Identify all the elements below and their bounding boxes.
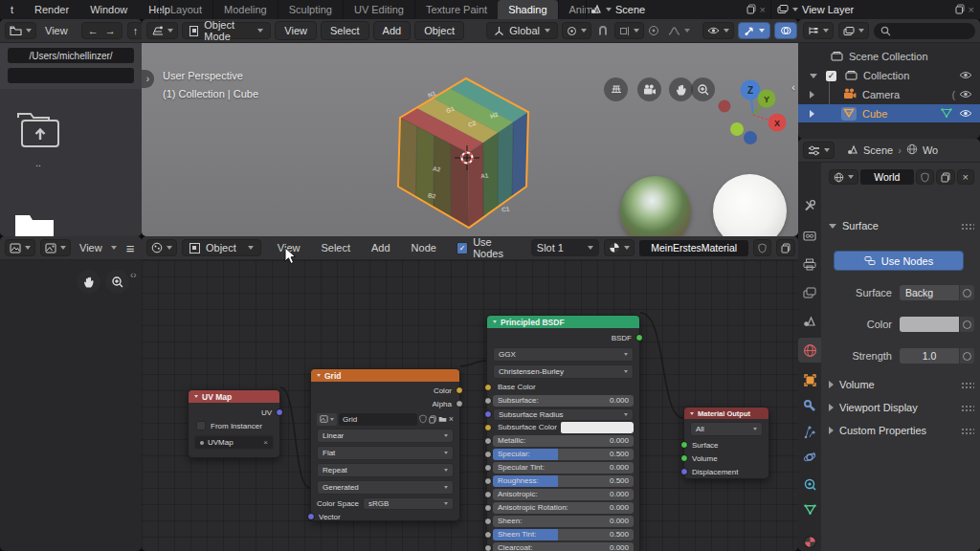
surface-animate-dot[interactable] — [960, 285, 974, 300]
node-input-row[interactable]: Subsurface: 0.000 — [493, 395, 634, 407]
input-socket[interactable] — [680, 454, 688, 462]
panel-drag-dots[interactable] — [961, 405, 974, 411]
editor-type-button[interactable] — [146, 239, 177, 256]
input-socket[interactable] — [484, 518, 492, 525]
view-layer-name[interactable]: View Layer — [802, 4, 951, 15]
editor-type-button[interactable] — [803, 142, 835, 159]
outliner-row-collection[interactable]: ✓ Collection — [798, 66, 980, 85]
disclosure-icon[interactable] — [810, 91, 814, 99]
editor-type-button[interactable] — [5, 22, 36, 39]
tab-modifiers[interactable] — [798, 394, 821, 417]
node-input-row[interactable]: Anisotropic Rotation: 0.000 — [493, 502, 634, 514]
view-menu[interactable]: View — [76, 242, 106, 253]
pan-button[interactable] — [77, 270, 100, 294]
scene-collection-label[interactable]: Scene Collection — [849, 51, 928, 62]
strength-value-field[interactable]: 1.0 — [900, 348, 959, 364]
input-value[interactable]: 0.000 — [610, 462, 629, 474]
menu-item[interactable]: View — [275, 21, 317, 40]
node-canvas[interactable]: UV Map UV From Instancer UVMap × — [142, 260, 798, 551]
collapse-icon[interactable] — [194, 395, 198, 398]
collapse-icon[interactable] — [493, 320, 497, 323]
image-name-field[interactable]: Grid — [339, 413, 417, 426]
tab-render[interactable] — [798, 224, 821, 247]
colorspace-dropdown[interactable]: sRGB — [363, 497, 454, 510]
workspace-tab[interactable]: Modeling — [212, 0, 278, 19]
node-uv-map[interactable]: UV Map UV From Instancer UVMap × — [188, 389, 280, 458]
editor-type-button[interactable] — [5, 239, 35, 256]
input-socket[interactable] — [484, 464, 492, 472]
tab-view-layer[interactable] — [798, 281, 821, 304]
collapsed-panel-header[interactable]: Viewport Display — [829, 396, 974, 419]
nav-up-button[interactable]: ↑ — [127, 22, 142, 39]
display-mode-button[interactable] — [803, 22, 834, 39]
visibility-dropdown[interactable] — [702, 22, 734, 39]
input-socket[interactable] — [680, 468, 688, 475]
delete-view-layer-icon[interactable]: × — [969, 4, 974, 15]
zoom-button[interactable] — [105, 270, 129, 294]
snap-with-dropdown[interactable] — [614, 22, 644, 39]
alpha-output-socket[interactable] — [456, 400, 463, 408]
menu-item[interactable]: Select — [321, 21, 369, 40]
input-value[interactable]: 0.500 — [610, 475, 629, 487]
viewport-canvas[interactable]: › User Perspective (1) Collection | Cube — [142, 43, 798, 236]
collapse-icon[interactable] — [317, 374, 321, 377]
node-input-row[interactable]: Base Color — [493, 382, 634, 393]
breadcrumb-scene[interactable]: Scene — [863, 144, 893, 156]
input-value[interactable]: 0.000 — [610, 395, 629, 407]
pivot-dropdown[interactable] — [562, 22, 591, 39]
hide-eye-icon[interactable] — [959, 108, 972, 120]
outliner-row-camera[interactable]: Camera ( — [798, 85, 980, 104]
back-icon[interactable]: ← — [88, 25, 99, 36]
copy-datablock-button[interactable] — [936, 169, 955, 185]
workspace-tab[interactable]: Layout — [159, 0, 212, 19]
clear-icon[interactable]: × — [263, 438, 268, 447]
menu-item[interactable]: Node — [408, 242, 440, 253]
tab-material[interactable] — [798, 530, 821, 551]
input-value[interactable]: 0.000 — [610, 435, 629, 447]
forward-icon[interactable]: → — [105, 25, 116, 36]
node-material-output[interactable]: Material Output All Surface — [683, 407, 769, 479]
input-socket[interactable] — [484, 384, 492, 391]
disclosure-icon[interactable] — [810, 74, 817, 78]
node-input-row[interactable]: Anisotropic: 0.000 — [493, 489, 634, 500]
input-value[interactable]: 0.500 — [610, 529, 629, 540]
filter-button[interactable] — [838, 22, 869, 39]
view-menu[interactable]: View — [41, 25, 72, 36]
input-socket[interactable] — [484, 424, 492, 431]
toolbar-expand-tab[interactable]: › — [142, 70, 154, 88]
zoom-view-button[interactable] — [691, 77, 715, 101]
disclosure-icon[interactable] — [810, 110, 814, 118]
menu-item[interactable]: Window — [79, 4, 138, 15]
collection-checkbox[interactable]: ✓ — [826, 71, 836, 81]
proportional-edit-toggle[interactable] — [648, 25, 659, 36]
collection-label[interactable]: Collection — [863, 70, 909, 81]
falloff-dropdown[interactable] — [663, 22, 695, 39]
input-socket[interactable] — [484, 504, 492, 512]
file-path-input[interactable]: /Users/michellinzer/ — [8, 48, 134, 63]
gizmo-toggle[interactable] — [738, 22, 770, 39]
shader-type-dropdown[interactable]: Object — [182, 239, 261, 256]
node-input-row[interactable]: Roughness: 0.500 — [493, 475, 634, 487]
workspace-tab[interactable]: UV Editing — [343, 0, 414, 19]
parent-folder-item[interactable]: .. — [13, 110, 63, 168]
checkbox[interactable] — [196, 421, 206, 430]
bsdf-output-socket[interactable] — [635, 334, 643, 342]
axis-gizmo[interactable]: Z Y X — [718, 79, 787, 148]
input-socket[interactable] — [484, 410, 492, 418]
node-input-row[interactable]: Sheen Tint: 0.500 — [493, 529, 634, 540]
delete-scene-icon[interactable]: × — [760, 4, 766, 15]
fake-user-button[interactable] — [916, 169, 934, 185]
outliner-row-scene-collection[interactable]: Scene Collection — [798, 47, 980, 66]
input-value[interactable]: 0.500 — [610, 449, 629, 460]
input-value[interactable]: 0.000 — [610, 502, 629, 514]
use-nodes-checkbox[interactable]: ✓ — [457, 242, 468, 254]
menu-item[interactable]: Render — [24, 4, 79, 15]
node-header[interactable]: UV Map — [189, 390, 279, 403]
scene-name[interactable]: Scene — [615, 4, 743, 15]
tab-tool[interactable] — [798, 194, 821, 217]
uvmap-selector[interactable]: UVMap × — [194, 435, 274, 450]
folder-item[interactable] — [13, 214, 61, 236]
sidebar-expand-tab[interactable]: ‹ — [789, 79, 798, 95]
node-input-row[interactable]: Specular: 0.500 — [493, 449, 634, 460]
unlink-button[interactable]: × — [957, 169, 974, 185]
